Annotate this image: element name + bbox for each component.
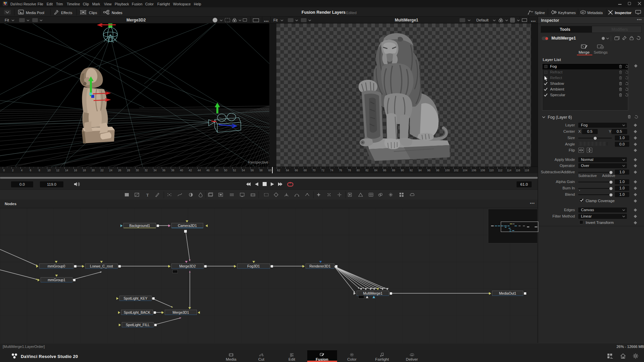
svg-text:T: T xyxy=(146,193,149,197)
